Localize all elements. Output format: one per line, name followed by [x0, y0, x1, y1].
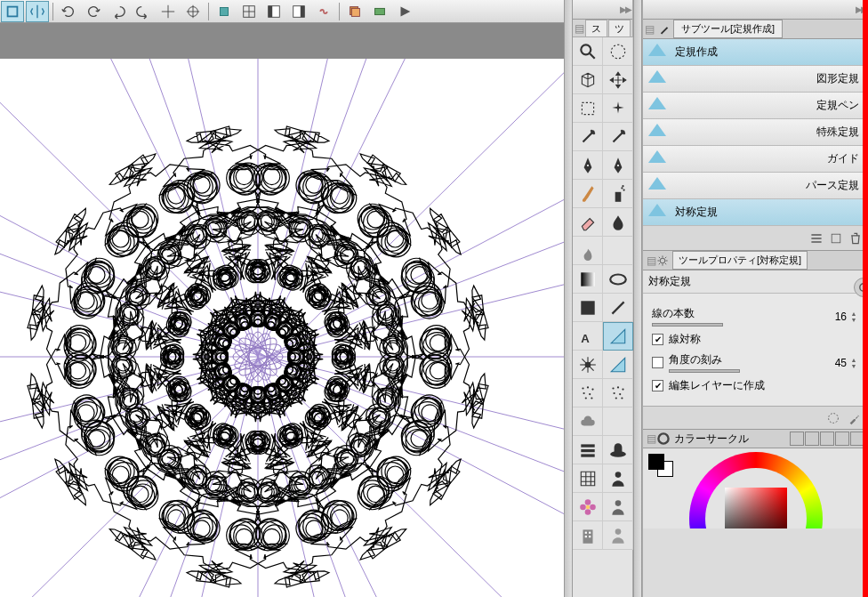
angle-checkbox[interactable]: [652, 357, 663, 368]
lines-value[interactable]: 16: [811, 311, 847, 323]
angle-value[interactable]: 45: [811, 357, 847, 369]
svg-point-222: [430, 335, 446, 351]
subtool-item[interactable]: 特殊定規: [643, 119, 868, 146]
tool-line-icon[interactable]: [603, 294, 633, 322]
tool-spray-icon[interactable]: [603, 180, 633, 208]
new-icon[interactable]: [829, 231, 843, 246]
menu-icon[interactable]: [809, 231, 824, 246]
tool-flower-icon[interactable]: [573, 493, 603, 521]
canvas-viewport: [0, 23, 564, 597]
tool-person-3-icon[interactable]: [603, 521, 633, 550]
play-button[interactable]: [393, 1, 416, 22]
tool-grain-icon[interactable]: [603, 379, 633, 407]
menu-icon[interactable]: ▤: [647, 432, 656, 445]
tool-text-icon[interactable]: A: [573, 322, 603, 351]
fg-color[interactable]: [648, 454, 664, 470]
tool-hat-icon[interactable]: [603, 436, 633, 464]
hue-wheel[interactable]: [689, 452, 823, 528]
tool-wand-icon[interactable]: [573, 123, 603, 151]
tab-menu-icon[interactable]: ▤: [573, 20, 585, 36]
color-mode-2[interactable]: [805, 432, 819, 446]
gutter-left[interactable]: [564, 0, 573, 597]
tool-person-icon[interactable]: [603, 464, 633, 493]
subtool-item[interactable]: 定規ペン: [643, 93, 868, 119]
property-tab[interactable]: ツールプロパティ[対称定規]: [672, 251, 808, 270]
tool-brush-icon[interactable]: [573, 180, 603, 208]
tool-ruler-triangle-icon[interactable]: [603, 322, 633, 351]
panel-right-button[interactable]: [287, 1, 310, 22]
tool-fill-gradient-icon[interactable]: [573, 265, 603, 294]
tool-arrow-move-icon[interactable]: [603, 66, 633, 94]
tool-bars-icon[interactable]: [573, 436, 603, 464]
tool-drop-icon[interactable]: [603, 208, 633, 237]
flip-button[interactable]: [26, 1, 49, 22]
trash-icon[interactable]: [848, 231, 863, 246]
color-mode-1[interactable]: [790, 432, 804, 446]
tool-wand-icon[interactable]: [603, 123, 633, 151]
rotate-right-button[interactable]: [82, 1, 105, 22]
stack-button[interactable]: [343, 1, 366, 22]
angle-spinner[interactable]: ▲▼: [848, 357, 859, 369]
canvas[interactable]: [0, 59, 564, 597]
tool-eraser-icon[interactable]: [573, 208, 603, 237]
grid-button[interactable]: [237, 1, 261, 22]
lines-slider[interactable]: [652, 323, 723, 327]
link-button[interactable]: [312, 1, 335, 22]
tool-cloud-icon[interactable]: [573, 407, 603, 436]
tool-ellipse-icon[interactable]: [603, 265, 633, 294]
tool-grain-icon[interactable]: [573, 379, 603, 407]
target-button[interactable]: [181, 1, 205, 22]
tool-tab-2[interactable]: ツ: [608, 20, 631, 36]
tool-person-2-icon[interactable]: [603, 493, 633, 521]
layers-button[interactable]: [368, 1, 391, 22]
tool-fill-solid-icon[interactable]: [573, 294, 603, 322]
tool-cube-icon[interactable]: [573, 66, 603, 94]
tool-mesh-icon[interactable]: [573, 464, 603, 493]
menu-icon[interactable]: ▤: [643, 23, 655, 36]
color-swatch[interactable]: [648, 454, 673, 477]
tool-lasso-dotted-icon[interactable]: [603, 37, 633, 66]
tool-tab-1[interactable]: ス: [585, 20, 607, 36]
subtool-item[interactable]: 定規作成: [643, 39, 868, 66]
tool-marquee-icon[interactable]: [573, 94, 603, 123]
saturation-square[interactable]: [725, 488, 787, 528]
gutter-mid[interactable]: [633, 0, 642, 597]
tool-ruler-triangle-icon[interactable]: [603, 351, 633, 379]
color-tab-label[interactable]: カラーサークル: [671, 432, 790, 447]
transform-button[interactable]: [213, 1, 236, 22]
reset-icon[interactable]: [825, 410, 841, 426]
color-mode-3[interactable]: [820, 432, 834, 446]
tool-[interactable]: [603, 407, 633, 436]
sym-checkbox[interactable]: ✔: [652, 334, 663, 345]
crop-button[interactable]: [1, 1, 24, 22]
subtool-item[interactable]: 図形定規: [643, 66, 868, 93]
svg-point-746: [616, 164, 618, 165]
undo-button[interactable]: [107, 1, 130, 22]
wrench-icon[interactable]: [847, 410, 863, 426]
panel-left-button[interactable]: [262, 1, 285, 22]
subtool-item[interactable]: 対称定規: [643, 199, 868, 226]
subtool-tab[interactable]: サブツール[定規作成]: [673, 20, 783, 38]
menu-icon[interactable]: ▤: [647, 254, 656, 267]
color-mode-4[interactable]: [835, 432, 849, 446]
layer-checkbox[interactable]: ✔: [652, 380, 663, 391]
tool-[interactable]: [603, 237, 633, 265]
tool-burst-icon[interactable]: [573, 351, 603, 379]
svg-point-791: [615, 528, 621, 535]
subtool-item[interactable]: パース定規: [643, 173, 868, 199]
tool-building-icon[interactable]: [573, 521, 603, 550]
tool-pen-nib-icon[interactable]: [573, 151, 603, 180]
redo-button[interactable]: [132, 1, 155, 22]
tool-blend-icon[interactable]: [573, 237, 603, 265]
crosshair-button[interactable]: [157, 1, 180, 22]
subtool-label: 特殊定規: [675, 125, 868, 140]
tool-pen-nib-icon[interactable]: [603, 151, 633, 180]
angle-slider[interactable]: [669, 369, 740, 373]
svg-point-678: [139, 254, 169, 284]
subtool-item[interactable]: ガイド: [643, 146, 868, 173]
tool-sparkle-icon[interactable]: [603, 94, 633, 123]
tool-magnify-icon[interactable]: [573, 37, 603, 66]
lines-spinner[interactable]: ▲▼: [848, 311, 859, 323]
rotate-left-button[interactable]: [57, 1, 80, 22]
collapse-icon[interactable]: ▶▶: [620, 4, 631, 14]
